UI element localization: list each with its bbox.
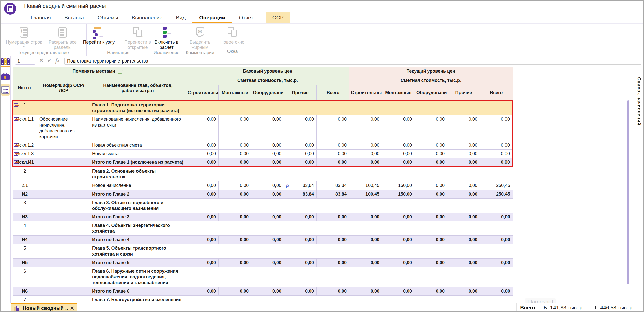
cell-value[interactable]: 0,00 [382, 158, 415, 167]
cell-empty-current[interactable] [349, 221, 513, 236]
cell-empty-current[interactable] [349, 244, 513, 259]
cell-code[interactable] [37, 150, 90, 158]
swap-columns-header[interactable]: Поменять местами←→ [13, 67, 186, 76]
cell-value[interactable]: 0,00 [186, 181, 219, 190]
cell-value[interactable]: 0,00 [251, 181, 284, 190]
cell-value[interactable]: 0,00 [186, 287, 219, 296]
cell-value[interactable]: 83,84 [317, 190, 349, 199]
tab-vypolnenie[interactable]: Выполнение [131, 12, 163, 23]
cell-value[interactable]: 0,00 [447, 158, 480, 167]
cell-value[interactable]: fx83,84 [284, 181, 317, 190]
tab-glavnaya[interactable]: Главная [30, 12, 52, 23]
cell-empty-base[interactable] [186, 267, 349, 287]
cell-empty-base[interactable] [186, 101, 349, 115]
cell-num[interactable]: Искл.1.3 [13, 150, 37, 158]
cell-name[interactable]: Глава 7. Благоустройство и озеленение те… [90, 296, 186, 303]
cell-value[interactable]: 0,00 [317, 158, 349, 167]
cell-value[interactable]: 0,00 [447, 236, 480, 244]
cell-num[interactable]: 2.1 [13, 181, 37, 190]
cell-code[interactable] [37, 141, 90, 150]
cancel-icon[interactable]: ✕ [39, 57, 44, 64]
cell-value[interactable]: 83,84 [284, 190, 317, 199]
estimate-sheet-button[interactable] [0, 80, 11, 96]
cell-num[interactable]: 6 [13, 267, 37, 287]
cell-value[interactable]: 0,00 [251, 287, 284, 296]
cell-name[interactable]: Итого по Главе 4 [90, 236, 186, 244]
cell-value[interactable]: 0,00 [186, 158, 219, 167]
cell-empty-current[interactable] [349, 167, 513, 181]
cell-name[interactable]: Новая смета [90, 150, 186, 158]
cell-value[interactable]: 0,00 [317, 259, 349, 267]
cell-code[interactable]: Обоснование начисления, добавленного из … [37, 115, 90, 141]
cell-value[interactable]: 0,00 [349, 259, 382, 267]
cell-name[interactable]: Итого по Главе 1 (исключена из расчета) [90, 158, 186, 167]
cell-value[interactable]: 0,00 [219, 190, 251, 199]
cell-num[interactable]: И3 [13, 213, 37, 221]
cell-value[interactable]: 0,00 [349, 287, 382, 296]
cell-value[interactable]: 150,00 [382, 181, 415, 190]
cell-value[interactable]: 0,00 [415, 115, 447, 141]
cell-name[interactable]: Глава 6. Наружные сети и сооружения водо… [90, 267, 186, 287]
cell-name[interactable]: Итого по Главе 2 [90, 190, 186, 199]
cell-empty-base[interactable] [186, 296, 349, 303]
cell-num[interactable]: И5 [13, 259, 37, 267]
tab-otchet[interactable]: Отчет [238, 12, 254, 23]
cell-num[interactable]: 4 [13, 221, 37, 236]
cell-value[interactable]: 0,00 [480, 236, 513, 244]
cell-code[interactable] [37, 167, 90, 181]
cell-value[interactable]: 0,00 [447, 141, 480, 150]
cell-value[interactable]: 0,00 [317, 115, 349, 141]
cell-value[interactable]: 0,00 [284, 150, 317, 158]
documents-panel-button[interactable] [0, 56, 11, 67]
cell-value[interactable]: 0,00 [415, 141, 447, 150]
cell-num[interactable]: Искл.И1 [13, 158, 37, 167]
document-tab[interactable]: Новый сводный … ✕ [11, 303, 77, 312]
function-icon[interactable]: fx [55, 57, 60, 64]
cell-value[interactable]: 0,00 [219, 141, 251, 150]
cell-empty-current[interactable] [349, 267, 513, 287]
cell-value[interactable]: 83,84 [317, 181, 349, 190]
accruals-list-side-tab[interactable]: Список начислений [634, 66, 644, 137]
cell-name[interactable]: Новое начисление [90, 181, 186, 190]
cell-value[interactable]: 0,00 [382, 287, 415, 296]
cell-value[interactable]: 0,00 [415, 190, 447, 199]
cell-value[interactable]: 0,00 [447, 115, 480, 141]
cell-name[interactable]: Новая объектная смета [90, 141, 186, 150]
cell-name[interactable]: Итого по Главе 5 [90, 259, 186, 267]
cell-value[interactable]: 0,00 [317, 150, 349, 158]
bold-comment-button[interactable]: Ж Выделить жирным [184, 26, 216, 50]
cell-value[interactable]: 0,00 [251, 236, 284, 244]
cell-value[interactable]: 100,45 [349, 190, 382, 199]
cell-code[interactable] [37, 287, 90, 296]
cell-value[interactable]: 0,00 [415, 181, 447, 190]
cell-value[interactable]: 0,00 [251, 150, 284, 158]
cell-value[interactable]: 0,00 [382, 115, 415, 141]
cell-code[interactable] [37, 199, 90, 213]
cell-value[interactable]: 0,00 [349, 158, 382, 167]
cell-value[interactable]: 0,00 [219, 213, 251, 221]
confirm-icon[interactable]: ✓ [47, 57, 52, 64]
cell-value[interactable]: 0,00 [447, 181, 480, 190]
cell-empty-base[interactable] [186, 244, 349, 259]
cell-value[interactable]: 0,00 [447, 190, 480, 199]
cell-value[interactable]: 0,00 [415, 287, 447, 296]
cell-value[interactable]: 0,00 [284, 141, 317, 150]
cell-value[interactable]: 0,00 [251, 158, 284, 167]
cell-value[interactable]: 0,00 [382, 141, 415, 150]
cell-code[interactable] [37, 158, 90, 167]
cell-value[interactable]: 0,00 [219, 259, 251, 267]
cell-value[interactable]: 0,00 [219, 115, 251, 141]
cell-value[interactable]: 0,00 [447, 259, 480, 267]
tab-ssr[interactable]: ССР [266, 12, 290, 23]
cell-value[interactable]: 150,00 [382, 190, 415, 199]
cell-name[interactable]: Глава 3. Объекты подсобного и обслуживаю… [90, 199, 186, 213]
cell-value[interactable]: 0,00 [349, 213, 382, 221]
cell-value[interactable]: 0,00 [480, 213, 513, 221]
cell-value[interactable]: 0,00 [284, 287, 317, 296]
cell-value[interactable]: 0,00 [219, 150, 251, 158]
cell-value[interactable]: 0,00 [480, 115, 513, 141]
cell-value[interactable]: 0,00 [447, 213, 480, 221]
cell-value[interactable]: 0,00 [219, 158, 251, 167]
cell-value[interactable]: 0,00 [251, 259, 284, 267]
cell-value[interactable]: 0,00 [480, 141, 513, 150]
